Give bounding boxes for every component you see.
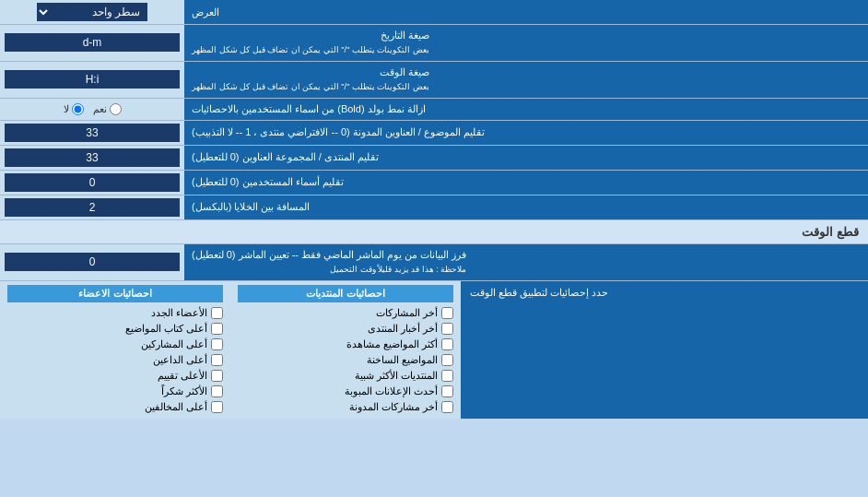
time-format-input[interactable] bbox=[5, 70, 180, 89]
topic-title-input[interactable] bbox=[5, 124, 180, 142]
display-mode-row: العرض سطر واحد bbox=[0, 0, 868, 25]
date-format-input-cell bbox=[0, 25, 184, 61]
cutoff-row: فرز البيانات من يوم الماشر الماضي فقط --… bbox=[0, 244, 868, 281]
cell-spacing-row: المسافة بين الخلايا (بالبكسل) bbox=[0, 195, 868, 220]
member-stat-1: الأعضاء الجدد bbox=[7, 305, 223, 321]
stats-main-label: حدد إحصائيات لتطبيق قطع الوقت bbox=[461, 281, 868, 419]
member-stat-7: أعلى المخالفين bbox=[7, 399, 223, 415]
forum-header-input[interactable] bbox=[5, 148, 180, 167]
forum-stat-5-checkbox[interactable] bbox=[441, 370, 453, 382]
remove-bold-no-label[interactable]: لا bbox=[64, 103, 84, 115]
member-stat-7-checkbox[interactable] bbox=[211, 401, 223, 413]
forum-stats-col: احصائيات المنتديات أخر المشاركات أخر أخب… bbox=[230, 281, 461, 419]
member-stats-header: احصائيات الاعضاء bbox=[7, 285, 223, 302]
forum-stat-2: أخر أخبار المنتدى bbox=[238, 321, 453, 337]
stats-section: حدد إحصائيات لتطبيق قطع الوقت احصائيات ا… bbox=[0, 281, 868, 419]
forum-stat-6-checkbox[interactable] bbox=[441, 385, 453, 397]
time-format-input-cell bbox=[0, 62, 184, 98]
remove-bold-yes-label[interactable]: نعم bbox=[93, 103, 122, 115]
forum-stat-1: أخر المشاركات bbox=[238, 305, 453, 321]
member-stats-col: احصائيات الاعضاء الأعضاء الجدد أعلى كتاب… bbox=[0, 281, 230, 419]
member-stat-5-checkbox[interactable] bbox=[211, 370, 223, 382]
member-stat-2-checkbox[interactable] bbox=[211, 323, 223, 335]
remove-bold-no-radio[interactable] bbox=[72, 103, 84, 115]
member-stat-4-checkbox[interactable] bbox=[211, 354, 223, 366]
forum-stat-7: أخر مشاركات المدونة bbox=[238, 399, 453, 415]
remove-bold-row: ازالة نمط بولد (Bold) من اسماء المستخدمي… bbox=[0, 99, 868, 121]
time-format-row: صيغة الوقتبعض التكوينات يتطلب "/" التي ي… bbox=[0, 62, 868, 99]
topic-title-row: تقليم الموضوع / العناوين المدونة (0 -- ا… bbox=[0, 121, 868, 146]
date-format-row: صيغة التاريخبعض التكوينات يتطلب "/" التي… bbox=[0, 25, 868, 62]
member-stat-6-checkbox[interactable] bbox=[211, 385, 223, 397]
forum-stat-2-checkbox[interactable] bbox=[441, 323, 453, 335]
forum-header-row: تقليم المنتدى / المجموعة العناوين (0 للت… bbox=[0, 146, 868, 171]
display-mode-input-cell: سطر واحد bbox=[0, 0, 184, 24]
forum-stat-7-checkbox[interactable] bbox=[441, 401, 453, 413]
forum-stat-6: أحدث الإعلانات المبوبة bbox=[238, 384, 453, 399]
time-format-label: صيغة الوقتبعض التكوينات يتطلب "/" التي ي… bbox=[184, 62, 868, 98]
member-stat-3: أعلى المشاركين bbox=[7, 337, 223, 352]
forum-header-label: تقليم المنتدى / المجموعة العناوين (0 للت… bbox=[184, 146, 868, 170]
member-stat-5: الأعلى تقييم bbox=[7, 368, 223, 384]
display-mode-label: العرض bbox=[184, 0, 868, 24]
remove-bold-yes-radio[interactable] bbox=[110, 103, 122, 115]
main-container: العرض سطر واحد صيغة التاريخبعض التكوينات… bbox=[0, 0, 868, 419]
date-format-input[interactable] bbox=[5, 33, 180, 52]
topic-title-input-cell bbox=[0, 121, 184, 145]
cutoff-input-cell bbox=[0, 244, 184, 280]
forum-stat-3-checkbox[interactable] bbox=[441, 338, 453, 350]
cutoff-section-header: قطع الوقت bbox=[0, 220, 868, 244]
usernames-input-cell bbox=[0, 171, 184, 195]
member-stat-2: أعلى كتاب المواضيع bbox=[7, 321, 223, 337]
topic-title-label: تقليم الموضوع / العناوين المدونة (0 -- ا… bbox=[184, 121, 868, 145]
cell-spacing-label: المسافة بين الخلايا (بالبكسل) bbox=[184, 195, 868, 219]
remove-bold-label: ازالة نمط بولد (Bold) من اسماء المستخدمي… bbox=[184, 99, 868, 120]
member-stat-4: أعلى الداعين bbox=[7, 352, 223, 368]
member-stat-1-checkbox[interactable] bbox=[211, 307, 223, 319]
usernames-label: تقليم أسماء المستخدمين (0 للتعطيل) bbox=[184, 171, 868, 195]
forum-header-input-cell bbox=[0, 146, 184, 170]
member-stat-3-checkbox[interactable] bbox=[211, 338, 223, 350]
stats-columns: احصائيات المنتديات أخر المشاركات أخر أخب… bbox=[0, 281, 461, 419]
cutoff-input[interactable] bbox=[5, 253, 180, 271]
usernames-input[interactable] bbox=[5, 173, 180, 192]
forum-stat-4-checkbox[interactable] bbox=[441, 354, 453, 366]
date-format-label: صيغة التاريخبعض التكوينات يتطلب "/" التي… bbox=[184, 25, 868, 61]
cell-spacing-input-cell bbox=[0, 195, 184, 219]
member-stat-6: الأكثر شكراً bbox=[7, 384, 223, 399]
forum-stat-1-checkbox[interactable] bbox=[441, 307, 453, 319]
forum-stat-5: المنتديات الأكثر شبية bbox=[238, 368, 453, 384]
usernames-row: تقليم أسماء المستخدمين (0 للتعطيل) bbox=[0, 171, 868, 195]
display-mode-select[interactable]: سطر واحد bbox=[37, 3, 147, 21]
forum-stat-4: المواضيع الساخنة bbox=[238, 352, 453, 368]
cell-spacing-input[interactable] bbox=[5, 198, 180, 217]
forum-stats-header: احصائيات المنتديات bbox=[238, 285, 453, 302]
remove-bold-input-cell: نعم لا bbox=[0, 99, 184, 120]
cutoff-label: فرز البيانات من يوم الماشر الماضي فقط --… bbox=[184, 244, 868, 280]
forum-stat-3: أكثر المواضيع مشاهدة bbox=[238, 337, 453, 352]
